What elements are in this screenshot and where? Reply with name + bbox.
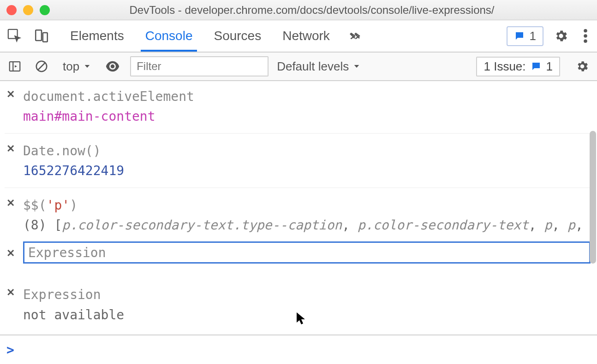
expression-result: not available [23,305,591,325]
execution-context-selector[interactable]: top [59,59,95,74]
tab-elements[interactable]: Elements [68,20,126,52]
live-expression-row: ✕ [5,240,592,265]
more-tabs-icon[interactable] [346,27,364,45]
issues-link[interactable]: 1 Issue: 1 [476,57,560,76]
scrollbar-thumb[interactable] [590,131,596,264]
log-levels-selector[interactable]: Default levels [277,59,361,74]
expression-text[interactable]: Expression [23,285,591,305]
window-maximize-button[interactable] [40,5,50,15]
expression-result[interactable]: (8) [p.color-secondary-text.type--captio… [23,215,591,235]
remove-expression-icon[interactable]: ✕ [6,285,18,299]
issues-pill[interactable]: 1 [507,26,543,46]
kebab-menu-icon[interactable] [579,27,592,45]
expression-result[interactable]: main#main-content [23,106,591,126]
svg-rect-1 [36,30,42,41]
live-expression-row: ✕ Date.now() 1652276422419 [5,138,592,186]
macos-titlebar: DevTools - developer.chrome.com/docs/dev… [0,0,597,20]
remove-expression-icon[interactable]: ✕ [6,195,18,209]
remove-expression-icon[interactable]: ✕ [6,87,18,100]
console-input-row[interactable]: > [0,335,597,364]
svg-point-3 [584,29,587,33]
console-settings-icon[interactable] [573,57,591,76]
live-expression-icon[interactable] [103,57,122,76]
console-prompt-icon: > [6,342,14,358]
remove-expression-icon[interactable]: ✕ [6,246,18,259]
tab-sources[interactable]: Sources [212,20,263,52]
scrollbar-track[interactable] [589,81,597,335]
filter-input[interactable] [130,56,269,76]
settings-icon[interactable] [552,27,570,45]
expression-text[interactable]: Date.now() [23,141,591,161]
issues-pill-count: 1 [530,29,536,43]
devtools-main-toolbar: Elements Console Sources Network 1 [0,20,597,53]
issues-text: 1 Issue: [484,59,525,74]
context-label: top [63,59,79,74]
svg-point-4 [584,34,587,38]
device-toolbar-icon[interactable] [32,27,51,45]
console-toolbar: top Default levels 1 Issue: 1 [0,53,597,81]
live-expression-row: ✕ $$('p') (8) [p.color-secondary-text.ty… [5,193,592,240]
expression-text[interactable]: $$('p') [23,195,591,215]
log-levels-label: Default levels [277,59,349,74]
expression-result[interactable]: 1652276422419 [23,161,591,181]
window-close-button[interactable] [6,5,17,15]
live-expression-row: ✕ Expression not available [5,282,592,329]
clear-console-icon[interactable] [32,57,51,76]
console-content: ✕ document.activeElement main#main-conte… [0,81,597,335]
expression-text[interactable]: document.activeElement [23,87,591,106]
traffic-lights [6,5,50,15]
live-expression-row: ✕ document.activeElement main#main-conte… [5,84,592,131]
console-sidebar-toggle-icon[interactable] [6,57,24,76]
window-title: DevTools - developer.chrome.com/docs/dev… [54,4,597,17]
tab-console[interactable]: Console [143,20,195,52]
inspect-element-icon[interactable] [6,27,24,45]
chevron-down-icon [352,62,361,70]
chevron-down-icon [83,62,91,70]
live-expression-input[interactable] [23,241,591,264]
svg-rect-2 [43,33,48,42]
tab-network[interactable]: Network [281,20,332,52]
remove-expression-icon[interactable]: ✕ [6,141,18,155]
panel-tabs: Elements Console Sources Network [68,20,332,52]
issues-count: 1 [546,59,553,74]
window-minimize-button[interactable] [23,5,33,15]
svg-point-5 [584,40,587,43]
